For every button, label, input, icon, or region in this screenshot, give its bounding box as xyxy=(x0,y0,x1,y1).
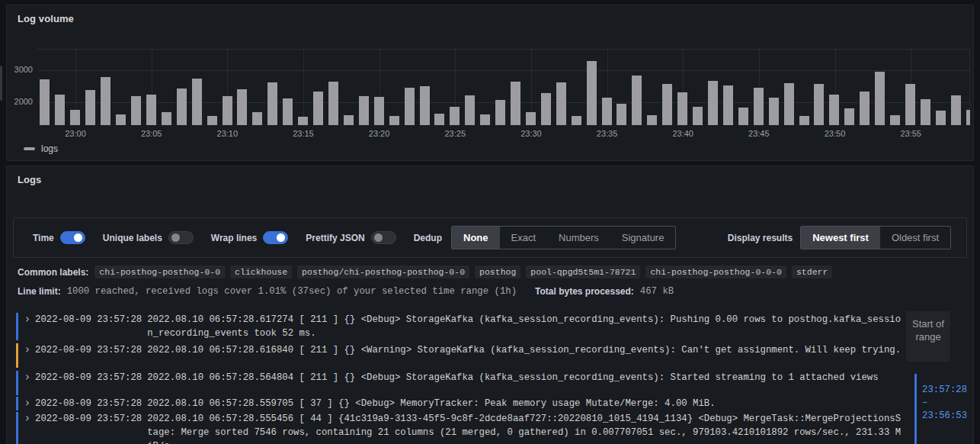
toggle-switch[interactable] xyxy=(371,231,396,244)
y-axis-tick-label: 2000 xyxy=(7,97,33,106)
range-time-from: 23:57:28 xyxy=(922,384,967,397)
panel-title-logs[interactable]: Logs xyxy=(18,174,41,185)
toggle-knob-icon xyxy=(277,233,285,242)
x-axis-tick-label: 23:40 xyxy=(672,129,693,138)
volume-bar xyxy=(526,112,536,125)
x-axis-tick-label: 23:55 xyxy=(900,129,921,138)
x-axis-tick-label: 23:20 xyxy=(369,129,390,138)
expand-chevron-icon[interactable]: › xyxy=(22,371,33,384)
log-volume-panel: Log volume 3000200023:0023:0523:1023:152… xyxy=(6,5,974,161)
toggle-control-time: Time xyxy=(33,231,85,244)
volume-bar-slot xyxy=(706,49,721,125)
x-axis-tick-label: 23:45 xyxy=(748,129,770,138)
toggle-switch[interactable] xyxy=(60,231,85,244)
volume-bar xyxy=(328,82,338,125)
dedup-option-signature[interactable]: Signature xyxy=(610,227,676,249)
volume-bar-slot xyxy=(629,49,645,125)
volume-bar xyxy=(192,79,202,125)
common-labels-label: Common labels: xyxy=(18,267,88,278)
log-volume-chart[interactable]: 3000200023:0023:0523:1023:1523:2023:2523… xyxy=(7,5,973,160)
log-row[interactable]: ›2022-08-09 23:57:282022.08.10 06:57:28.… xyxy=(16,311,906,342)
volume-bar-slot xyxy=(280,49,296,125)
volume-bar xyxy=(237,89,247,125)
log-timestamp: 2022-08-09 23:57:28 xyxy=(35,313,142,327)
range-indicator-bar xyxy=(914,374,917,444)
page-scrollbar[interactable] xyxy=(0,66,2,101)
volume-bar xyxy=(434,114,444,125)
toggle-label: Unique labels xyxy=(103,233,162,243)
volume-bar xyxy=(693,107,703,125)
volume-bar xyxy=(359,96,369,125)
volume-bar xyxy=(207,116,217,125)
x-axis-tick-label: 23:30 xyxy=(520,129,542,138)
expand-chevron-icon[interactable]: › xyxy=(22,313,33,326)
volume-bar-slot xyxy=(432,49,447,125)
volume-bar-slot xyxy=(463,49,478,125)
log-timestamp: 2022-08-09 23:57:28 xyxy=(35,343,142,357)
log-row[interactable]: ›2022-08-09 23:57:282022.08.10 06:57:28.… xyxy=(16,410,906,444)
volume-bar xyxy=(541,93,551,125)
volume-bar xyxy=(754,88,764,125)
volume-bar-slot xyxy=(174,49,189,125)
volume-bar xyxy=(495,100,505,125)
log-row[interactable]: ›2022-08-09 23:57:282022.08.10 06:57:28.… xyxy=(16,397,906,410)
total-bytes-value: 467 kB xyxy=(640,286,674,297)
volume-bar-slot xyxy=(98,49,114,125)
volume-bar xyxy=(617,104,626,125)
log-row[interactable]: ›2022-08-09 23:57:282022.08.10 06:57:28.… xyxy=(16,369,906,397)
volume-bar xyxy=(177,88,187,125)
x-axis-tick-label: 23:35 xyxy=(597,129,618,138)
dedup-label: Dedup xyxy=(414,233,442,243)
toggle-switch[interactable] xyxy=(263,231,288,244)
toggle-label: Prettify JSON xyxy=(306,233,364,243)
display-option-newest-first[interactable]: Newest first xyxy=(801,227,880,249)
display-option-oldest-first[interactable]: Oldest first xyxy=(880,227,950,249)
volume-bar-slot xyxy=(903,49,918,125)
x-axis-tick-label: 23:05 xyxy=(141,129,162,138)
x-axis-tick-label: 23:15 xyxy=(293,129,314,138)
volume-bar xyxy=(344,115,354,125)
expand-chevron-icon[interactable]: › xyxy=(22,412,33,425)
legend-series-label[interactable]: logs xyxy=(41,143,58,154)
volume-bar-slot xyxy=(68,49,83,125)
toggle-control-wrap-lines: Wrap lines xyxy=(211,231,288,244)
dedup-option-exact[interactable]: Exact xyxy=(500,227,548,249)
volume-bar-slot xyxy=(735,49,751,125)
total-bytes-label: Total bytes processed: xyxy=(535,286,634,297)
common-label-tag: pool-qpgd5t5m1-78721 xyxy=(526,265,640,278)
log-volume-bars[interactable] xyxy=(37,49,970,125)
toggles-group: TimeUnique labelsWrap linesPrettify JSON xyxy=(33,231,414,244)
volume-bar xyxy=(662,84,672,125)
log-row[interactable]: ›2022-08-09 23:57:282022.08.10 06:57:28.… xyxy=(16,342,906,369)
expand-chevron-icon[interactable]: › xyxy=(22,343,33,356)
volume-bar-slot xyxy=(781,49,796,125)
toggle-switch[interactable] xyxy=(168,231,194,244)
volume-bar-slot xyxy=(524,49,539,125)
volume-bar xyxy=(905,84,915,125)
volume-bar-slot xyxy=(83,49,98,125)
log-timestamp: 2022-08-09 23:57:28 xyxy=(35,371,142,384)
chart-legend[interactable]: logs xyxy=(24,143,58,154)
volume-bar-slot xyxy=(614,49,629,125)
volume-bar-slot xyxy=(53,49,68,125)
volume-bar-slot xyxy=(553,49,568,125)
volume-bar xyxy=(70,110,80,125)
volume-bar-slot xyxy=(129,49,144,125)
expand-chevron-icon[interactable]: › xyxy=(22,397,33,410)
volume-bar xyxy=(40,79,50,125)
volume-bar xyxy=(450,107,460,125)
log-message: 2022.08.10 06:57:28.559705 [ 37 ] {} <De… xyxy=(147,397,906,410)
dedup-option-numbers[interactable]: Numbers xyxy=(547,227,610,249)
x-axis-tick-label: 23:00 xyxy=(65,129,86,138)
volume-bar-slot xyxy=(159,49,174,125)
volume-bar-slot xyxy=(584,49,599,125)
toggle-knob-icon xyxy=(74,233,82,242)
volume-bar xyxy=(162,112,171,125)
dedup-option-none[interactable]: None xyxy=(452,227,500,249)
volume-bar-slot xyxy=(447,49,463,125)
volume-bar xyxy=(101,77,110,125)
volume-bar-slot xyxy=(599,49,614,125)
volume-bar-slot xyxy=(417,49,432,125)
volume-bar xyxy=(708,81,718,125)
volume-bar xyxy=(951,95,961,125)
